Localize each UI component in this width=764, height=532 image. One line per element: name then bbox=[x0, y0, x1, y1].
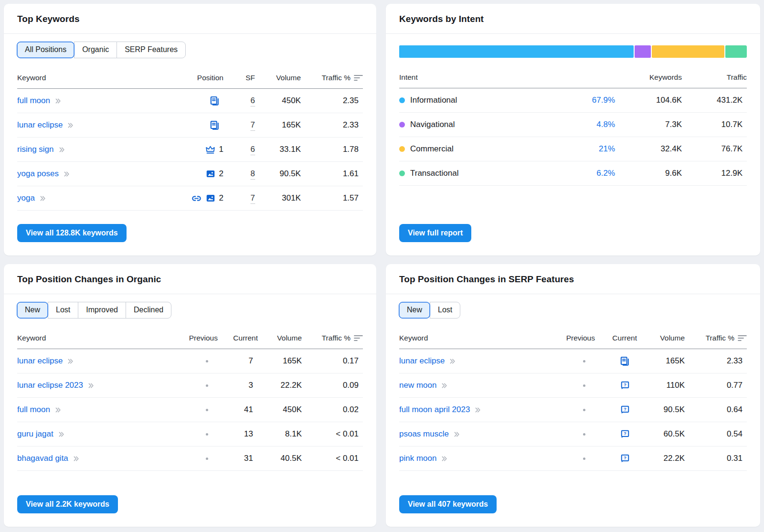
table-row: full moon april 2023 ? 90.5K 0.64 bbox=[399, 398, 747, 422]
keyword-link[interactable]: lunar eclipse bbox=[399, 356, 538, 366]
table-header-row: Keyword Position SF Volume Traffic % bbox=[17, 67, 363, 89]
table-header-row: Intent Keywords Traffic bbox=[399, 66, 747, 88]
table-row: guru jagat 13 8.1K < 0.01 bbox=[17, 422, 363, 447]
dashboard-grid: Top Keywords All PositionsOrganicSERP Fe… bbox=[0, 0, 764, 531]
tab[interactable]: All Positions bbox=[17, 42, 74, 58]
no-previous-dot bbox=[206, 433, 208, 436]
no-previous-dot bbox=[206, 458, 208, 460]
serp-position-changes-card: Top Position Changes in SERP Features Ne… bbox=[386, 264, 760, 527]
table-row: full moon 41 450K 0.02 bbox=[17, 398, 363, 422]
table-row: rising sign 1 6 33.1K 1.78 bbox=[17, 138, 363, 162]
sf-value[interactable]: 6 bbox=[251, 96, 255, 106]
keywords-value: 7.3K bbox=[615, 120, 682, 129]
tab[interactable]: SERP Features bbox=[117, 42, 186, 58]
svg-text:?: ? bbox=[624, 431, 626, 436]
keyword-link[interactable]: yoga poses bbox=[17, 169, 160, 179]
keywords-value: 9.6K bbox=[615, 169, 682, 178]
top-keywords-card: Top Keywords All PositionsOrganicSERP Fe… bbox=[4, 4, 376, 255]
tab[interactable]: Improved bbox=[78, 302, 126, 319]
tab[interactable]: Organic bbox=[74, 42, 117, 58]
view-all-keywords-button[interactable]: View all 128.8K keywords bbox=[17, 224, 127, 242]
table-row: lunar eclipse 165K 2.33 bbox=[399, 349, 747, 373]
keywords-by-intent-card: Keywords by Intent Intent Keywords Traff… bbox=[386, 4, 760, 255]
keyword-text: new moon bbox=[399, 381, 436, 390]
view-full-report-button[interactable]: View full report bbox=[399, 224, 471, 242]
traffic-value: 431.2K bbox=[682, 96, 747, 105]
intent-share-link[interactable]: 67.9% bbox=[548, 96, 615, 105]
keywords-value: 104.6K bbox=[615, 96, 682, 105]
sort-descending-icon[interactable] bbox=[354, 335, 363, 341]
keyword-link[interactable]: bhagavad gita bbox=[17, 454, 160, 463]
traffic-value: < 0.01 bbox=[302, 429, 363, 439]
tab[interactable]: New bbox=[399, 302, 430, 319]
col-header-keyword: Keyword bbox=[17, 74, 160, 82]
keyword-text: psoas muscle bbox=[399, 429, 449, 439]
intent-bar-segment[interactable] bbox=[635, 45, 651, 58]
sort-descending-icon[interactable] bbox=[738, 335, 747, 341]
intent-label: Transactional bbox=[410, 169, 458, 178]
position-value: 1 bbox=[219, 145, 223, 154]
forward-chevrons-icon bbox=[67, 358, 74, 365]
forward-chevrons-icon bbox=[54, 406, 62, 414]
intent-share-link[interactable]: 21% bbox=[548, 144, 615, 154]
col-header-keyword: Keyword bbox=[399, 334, 538, 342]
keyword-link[interactable]: yoga bbox=[17, 193, 160, 203]
no-previous-dot bbox=[206, 384, 208, 387]
keyword-link[interactable]: pink moon bbox=[399, 454, 538, 463]
volume-value: 90.5K bbox=[255, 169, 301, 179]
sort-descending-icon[interactable] bbox=[354, 74, 363, 81]
keyword-text: bhagavad gita bbox=[17, 454, 68, 463]
intent-distribution-bar bbox=[399, 45, 747, 58]
keyword-link[interactable]: rising sign bbox=[17, 145, 160, 154]
previous-cell bbox=[538, 409, 595, 411]
col-header-volume: Volume bbox=[258, 334, 302, 342]
view-all-organic-keywords-button[interactable]: View all 2.2K keywords bbox=[17, 495, 118, 513]
keyword-link[interactable]: lunar eclipse bbox=[17, 356, 160, 366]
table-row: yoga poses 2 8 90.5K 1.61 bbox=[17, 162, 363, 186]
sf-value[interactable]: 6 bbox=[251, 145, 255, 155]
sf-cell: 8 bbox=[223, 169, 255, 179]
current-position-value: 41 bbox=[218, 405, 258, 415]
forward-chevrons-icon bbox=[449, 358, 456, 365]
volume-value: 301K bbox=[255, 193, 301, 203]
current-serp-feature-icon: ? bbox=[595, 429, 637, 439]
tab[interactable]: Declined bbox=[126, 302, 171, 319]
keyword-link[interactable]: full moon bbox=[17, 405, 160, 415]
previous-cell bbox=[538, 433, 595, 436]
keyword-link[interactable]: psoas muscle bbox=[399, 429, 538, 439]
keyword-link[interactable]: full moon bbox=[17, 96, 160, 106]
sf-value[interactable]: 8 bbox=[251, 169, 255, 180]
keywords-value: 32.4K bbox=[615, 144, 682, 154]
keyword-link[interactable]: lunar eclipse 2023 bbox=[17, 381, 160, 390]
intent-cell: Informational bbox=[399, 96, 548, 105]
serp-feature-icons bbox=[209, 120, 220, 131]
keyword-text: yoga bbox=[17, 193, 35, 203]
volume-value: 60.5K bbox=[637, 429, 685, 439]
tab[interactable]: Lost bbox=[48, 302, 78, 319]
current-serp-feature-icon bbox=[595, 356, 637, 367]
keyword-link[interactable]: new moon bbox=[399, 381, 538, 390]
col-header-traffic: Traffic % bbox=[302, 334, 363, 342]
table-row: bhagavad gita 31 40.5K < 0.01 bbox=[17, 447, 363, 471]
previous-cell bbox=[160, 409, 218, 411]
sf-value[interactable]: 7 bbox=[251, 193, 255, 204]
keyword-link[interactable]: lunar eclipse bbox=[17, 120, 160, 130]
intent-bar-segment[interactable] bbox=[399, 45, 634, 58]
no-previous-dot bbox=[206, 409, 208, 411]
table-row: lunar eclipse 2023 3 22.2K 0.09 bbox=[17, 373, 363, 398]
table-row: Informational 67.9% 104.6K 431.2K bbox=[399, 88, 747, 113]
view-all-serp-keywords-button[interactable]: View all 407 keywords bbox=[399, 495, 497, 513]
table-row: yoga 2 7 301K 1.57 bbox=[17, 186, 363, 211]
intent-bar-segment[interactable] bbox=[652, 45, 724, 58]
sf-value[interactable]: 7 bbox=[251, 120, 255, 131]
tab[interactable]: Lost bbox=[430, 302, 460, 319]
svg-text:?: ? bbox=[624, 455, 626, 460]
keyword-link[interactable]: guru jagat bbox=[17, 429, 160, 439]
position-cell: 2 bbox=[160, 193, 223, 204]
traffic-value: 1.61 bbox=[301, 169, 363, 179]
keyword-link[interactable]: full moon april 2023 bbox=[399, 405, 538, 415]
intent-share-link[interactable]: 4.8% bbox=[548, 120, 615, 129]
tab[interactable]: New bbox=[17, 302, 48, 319]
intent-share-link[interactable]: 6.2% bbox=[548, 169, 615, 178]
intent-bar-segment[interactable] bbox=[725, 45, 747, 58]
